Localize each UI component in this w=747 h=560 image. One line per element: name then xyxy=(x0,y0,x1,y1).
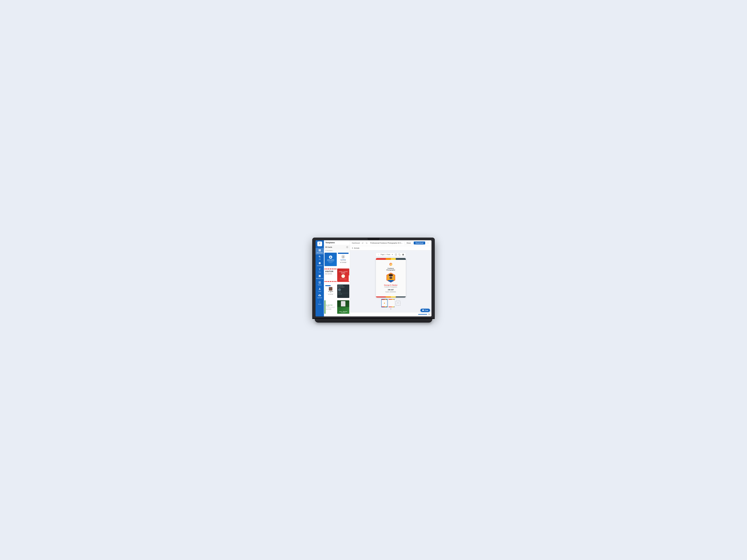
canvas-area: Dashboard ↩ ↪ Professional Freelance Pho… xyxy=(350,240,432,316)
sidebar-item-tables[interactable]: Tables xyxy=(315,280,324,287)
zoom-slider[interactable] xyxy=(418,314,427,315)
sidebar-label-uploads: Uploads xyxy=(317,297,322,298)
card-bar-yellow xyxy=(391,258,396,260)
card-bottom-bar-orange xyxy=(386,296,391,297)
top-bar-right: Share Download ··· xyxy=(405,241,430,245)
sidebar-item-background[interactable]: Background xyxy=(315,274,324,280)
page-dropdown-button[interactable]: ▾ xyxy=(391,253,394,256)
fit-button[interactable]: Fit xyxy=(428,314,430,315)
sidebar-label-graphics: Graphics xyxy=(317,265,323,266)
card-body: Freelance Photographer xyxy=(376,260,406,296)
card-bar-red xyxy=(376,258,386,260)
page-delete-button[interactable] xyxy=(402,253,405,256)
laptop-bezel: T Templates Fill Graphics xyxy=(312,238,435,318)
card-subrole: Freelance Photographer xyxy=(384,286,397,288)
template-card-8[interactable]: Jose L. Marsden Management xyxy=(337,300,350,314)
sidebar-label-tables: Tables xyxy=(318,284,321,286)
svg-rect-14 xyxy=(400,254,401,256)
svg-point-11 xyxy=(330,257,331,257)
app-logo[interactable]: T xyxy=(317,241,322,246)
chat-button[interactable]: Chat xyxy=(420,309,430,312)
card-logo-icon xyxy=(388,262,393,267)
card-top-bar xyxy=(376,258,406,260)
page-controls: ‹ Page 1 - Front ▾ xyxy=(376,253,406,257)
page-label: Page 1 - Front xyxy=(381,254,390,256)
laptop-screen: T Templates Fill Graphics xyxy=(315,240,432,316)
svg-point-21 xyxy=(389,277,392,279)
top-bar: Dashboard ↩ ↪ Professional Freelance Pho… xyxy=(350,240,432,246)
svg-point-9 xyxy=(319,301,320,302)
page-thumb-1[interactable] xyxy=(381,299,388,307)
page-prev-button[interactable]: ‹ xyxy=(377,253,380,256)
page-copy-button[interactable] xyxy=(398,253,401,256)
redo-button[interactable]: ↪ xyxy=(365,241,368,245)
sidebar-label-more: More xyxy=(318,303,321,305)
svg-rect-3 xyxy=(320,250,321,251)
undo-button[interactable]: ↩ xyxy=(361,241,364,245)
template-card-3[interactable]: VISITOR Name: John Doe Date: 2021-06-15 xyxy=(325,268,337,282)
card-bottom-bar-dark xyxy=(396,296,406,297)
template-card-1[interactable]: JOANA SMITH Financial Manager Branch xyxy=(325,253,337,266)
dashboard-link[interactable]: Dashboard xyxy=(352,242,360,244)
template-card-6[interactable]: THOMAS ET MEDICAL SOCIETY Dr. Staff ID-2… xyxy=(337,285,350,298)
template-card-5[interactable]: G. Obama GM ID: 22 456 789 xyxy=(325,285,337,298)
canvas-expand-button[interactable]: ▾ xyxy=(390,308,391,310)
page-add-button[interactable] xyxy=(394,253,397,256)
sidebar-item-more[interactable]: More xyxy=(315,299,324,306)
sub-toolbar: Animate xyxy=(350,246,432,250)
top-bar-center: Professional Freelance Photographer ID C… xyxy=(369,242,403,244)
add-page-button[interactable]: + xyxy=(395,301,401,305)
card-bottom-bar xyxy=(376,296,406,297)
card-id-number: 346 267 xyxy=(388,289,394,291)
panel-collapse-arrow[interactable]: ‹ xyxy=(349,275,350,281)
card-bar-orange xyxy=(386,258,391,260)
panel-subheader: ID Cards × xyxy=(324,245,350,249)
share-button[interactable]: Share xyxy=(405,241,413,245)
panel-header: Templates xyxy=(324,240,350,245)
template-card-7[interactable]: Dr. Jose Kyle Andersen ORTHOPEDIC SURGEO… xyxy=(325,300,337,314)
card-photo-hex xyxy=(386,272,395,283)
sidebar-label-templates: Templates xyxy=(316,252,323,254)
svg-point-7 xyxy=(319,288,320,289)
sidebar-item-graphics[interactable]: Graphics xyxy=(315,261,324,267)
sidebar-item-templates[interactable]: Templates xyxy=(315,248,324,255)
svg-point-20 xyxy=(389,274,393,276)
svg-rect-2 xyxy=(319,250,319,251)
card-bottom-bar-yellow xyxy=(391,296,396,297)
svg-rect-6 xyxy=(319,275,320,277)
page-thumb-2[interactable] xyxy=(388,299,395,307)
laptop-notch xyxy=(367,238,380,240)
download-button[interactable]: Download xyxy=(414,241,425,244)
svg-point-16 xyxy=(390,264,391,265)
animate-button[interactable]: Animate xyxy=(352,247,359,249)
sidebar-label-fill: Fill xyxy=(319,259,320,260)
animate-label: Animate xyxy=(354,247,359,249)
laptop-wrapper: T Templates Fill Graphics xyxy=(312,238,435,323)
top-bar-icons: ↩ ↪ xyxy=(361,241,368,245)
page-thumbnails: + xyxy=(381,299,401,307)
card-bar-dark xyxy=(396,258,406,260)
templates-grid: JOANA SMITH Financial Manager Branch xyxy=(324,252,350,316)
card-expires: Expires: 06/15/2021 xyxy=(385,291,396,293)
bottom-bar: Fit xyxy=(350,312,432,316)
templates-panel: Templates ID Cards × 0 Templates | xyxy=(324,240,350,316)
sidebar-label-background: Background xyxy=(316,278,323,279)
id-card-canvas: Freelance Photographer xyxy=(376,258,406,297)
card-bottom-bar-red xyxy=(376,296,386,297)
app-container: T Templates Fill Graphics xyxy=(315,240,432,316)
svg-point-10 xyxy=(319,302,320,302)
sidebar-item-logo[interactable]: Logo xyxy=(315,287,324,293)
templates-count: 0 Templates | xyxy=(324,249,350,252)
panel-close-button[interactable]: × xyxy=(346,246,349,248)
svg-rect-1 xyxy=(320,249,321,250)
sidebar-item-text[interactable]: Text xyxy=(315,267,324,274)
sidebar-item-fill[interactable]: Fill xyxy=(315,255,324,261)
template-card-4[interactable]: COOK & TASTE EXPO ELSA H. MOON xyxy=(337,268,350,282)
template-card-2[interactable]: Dr. Person Medical Staff ID: 12-34-5678 xyxy=(337,253,350,266)
sidebar-item-uploads[interactable]: Uploads xyxy=(315,293,324,299)
more-menu-button[interactable]: ··· xyxy=(426,241,430,245)
canvas-scroll[interactable]: ‹ Page 1 - Front ▾ xyxy=(350,250,432,312)
svg-point-4 xyxy=(319,262,321,264)
sidebar-label-logo: Logo xyxy=(318,291,321,292)
laptop-hinge xyxy=(312,318,435,319)
